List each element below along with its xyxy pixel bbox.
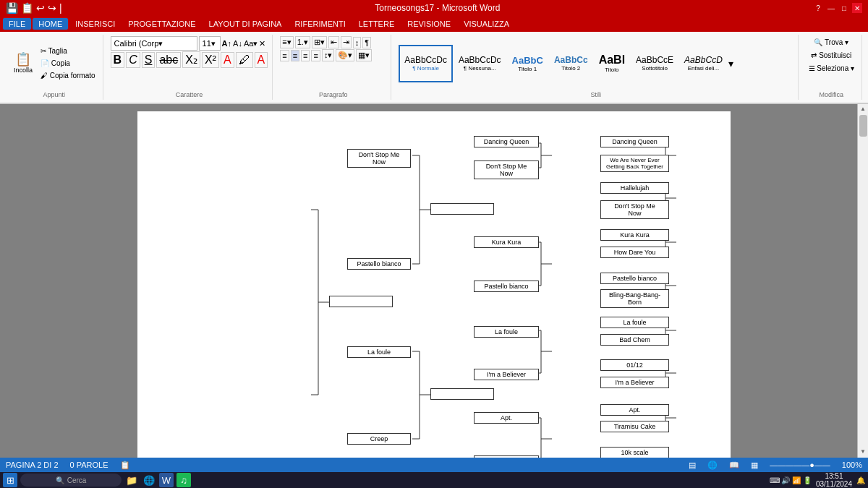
taskbar-word[interactable]: W [159,473,174,487]
ribbon: 📋 Incolla ✂ Taglia 📄 Copia 🖌 Copia forma… [0,32,868,104]
clear-format-button[interactable]: ✕ [259,39,265,48]
seleziona-button[interactable]: ☰ Seleziona ▾ [806,62,857,74]
r3-dsmn: Don't Stop MeNow [347,149,411,168]
search-icon: 🔍 [56,476,64,484]
r1-dancing-queen: Dancing Queen [600,136,669,147]
change-case-button[interactable]: Aa▾ [244,39,258,48]
bold-button[interactable]: B [111,52,125,68]
close-button[interactable]: ✕ [852,3,862,13]
bullet-list-button[interactable]: ≡▾ [280,36,293,48]
multilevel-list-button[interactable]: ⊞▾ [312,36,327,48]
border-button[interactable]: ▦▾ [356,49,372,61]
shrink-font-button[interactable]: A↓ [233,39,242,48]
r1-iab: I'm a Believer [600,377,669,388]
strikethrough-button[interactable]: abc [156,52,181,68]
r3-lafoule: La foule [347,346,411,358]
r1-hallelujah: Hallelujah [600,182,669,194]
menu-file[interactable]: FILE [3,18,31,30]
document-page[interactable]: Dancing Queen We Are Never EverGetting B… [137,111,731,458]
window-title: Torneosongs17 - Microsoft Word [62,3,813,13]
view-web-button[interactable]: 🌐 [707,461,718,470]
scroll-down-button[interactable]: ▼ [859,447,867,456]
grow-font-button[interactable]: A↑ [222,39,231,48]
menu-riferimenti[interactable]: RIFERIMENTI [289,18,351,30]
align-right-button[interactable]: ≡ [301,50,310,61]
view-normal-button[interactable]: ▤ [689,461,696,470]
sostituisci-button[interactable]: ⇄ Sostituisci [808,49,854,61]
r1-hdy: How Dare You [600,247,669,258]
menu-lettere[interactable]: LETTERE [353,18,401,30]
scroll-thumb[interactable] [859,115,867,137]
subscript-button[interactable]: X₂ [182,51,200,68]
view-read-button[interactable]: 📖 [729,461,739,470]
taskbar-spotify[interactable]: ♫ [176,473,191,487]
menu-layout[interactable]: LAYOUT DI PAGINA [203,18,288,30]
modifica-label: Modifica [806,90,857,98]
zoom-bar[interactable]: —————●—— [770,461,830,469]
notification-button[interactable]: 🔔 [856,476,865,484]
incolla-button[interactable]: 📋 Incolla [10,45,36,82]
copia-formato-button[interactable]: 🖌 Copia formato [38,70,98,82]
track-changes-icon: 📋 [120,461,130,470]
font-color-button[interactable]: A [221,52,234,68]
word-count: 0 PAROLE [70,461,109,469]
font-size-selector[interactable]: 11▾ [199,36,221,51]
menu-visualizza[interactable]: VISUALIZZA [458,18,515,30]
numbered-list-button[interactable]: 1.▾ [295,36,310,48]
r2-dsmn: Don't Stop MeNow [474,160,539,179]
menu-progettazione[interactable]: PROGETTAZIONE [122,18,201,30]
show-marks-button[interactable]: ¶ [362,37,371,48]
minimize-button[interactable]: — [826,3,836,13]
align-left-button[interactable]: ≡ [280,50,289,61]
justify-button[interactable]: ≡ [311,50,320,61]
menu-inserisci[interactable]: INSERISCI [69,18,121,30]
menu-home[interactable]: HOME [33,18,68,30]
line-spacing-button[interactable]: ↕▾ [322,49,335,61]
help-button[interactable]: ? [813,3,823,13]
style-sottotitolo[interactable]: AaBbCcE Sottotitolo [631,45,678,82]
r1-badchem: Bad Chem [600,334,669,346]
underline-button[interactable]: S [142,52,156,68]
view-layout-button[interactable]: ▦ [751,461,758,470]
taskbar-chrome[interactable]: 🌐 [142,473,156,487]
increase-indent-button[interactable]: ⇥ [341,36,352,48]
decrease-indent-button[interactable]: ⇤ [328,36,339,48]
zoom-level: 100% [842,461,862,469]
style-nessuna[interactable]: AaBbCcDc ¶ Nessuna... [454,45,506,82]
r2-dq: Dancing Queen [474,136,539,147]
sort-button[interactable]: ↕ [353,37,362,48]
title-bar: 💾 📋 ↩ ↪ | Torneosongs17 - Microsoft Word… [0,0,868,16]
trova-button[interactable]: 🔍 Trova ▾ [811,36,851,48]
r2-apt: Apt. [474,412,539,424]
taskbar-explorer[interactable]: 📁 [124,473,139,487]
style-titolo[interactable]: AaBl Titolo [594,45,630,82]
maximize-button[interactable]: □ [839,3,849,13]
highlight-button[interactable]: 🖊 [236,52,253,68]
styles-scroll-button[interactable]: ▾ [728,58,733,69]
carattere-group: Calibri (Corp▾ 11▾ A↑ A↓ Aa▾ ✕ B C S abc… [106,35,273,100]
r1-pastello: Pastello bianco [600,273,669,284]
taskbar-search[interactable]: 🔍 Cerca [20,474,122,487]
r4-bottom [430,388,494,400]
menu-revisione[interactable]: REVISIONE [401,18,456,30]
r2-pastello: Pastello bianco [474,281,539,292]
copia-button[interactable]: 📄 Copia [38,58,98,69]
taglia-button[interactable]: ✂ Taglia [38,46,98,57]
style-normale[interactable]: AaBbCcDc ¶ Normale [399,45,453,82]
right-scrollbar[interactable]: ▲ ▼ [857,104,868,458]
superscript-button[interactable]: X² [202,52,219,68]
align-center-button[interactable]: ≡ [291,50,299,61]
clock: 13:51 03/11/2024 [816,472,852,488]
r1-kura: Kura Kura [600,229,669,241]
italic-button[interactable]: C [126,52,140,68]
shading-button[interactable]: 🎨▾ [336,49,354,61]
r1-bbb: Bling-Bang-Bang-Born [600,289,669,308]
font-name-selector[interactable]: Calibri (Corp▾ [111,36,197,51]
font-color2-button[interactable]: A [255,52,268,68]
style-titolo2[interactable]: AaBbCc Titolo 2 [549,45,593,82]
scroll-up-button[interactable]: ▲ [859,104,867,114]
style-titolo1[interactable]: AaBbC Titolo 1 [507,45,548,82]
style-enfasi[interactable]: AaBbCcD Enfasi deli... [679,45,728,82]
start-button[interactable]: ⊞ [3,473,17,487]
r1-lafoule: La foule [600,317,669,328]
